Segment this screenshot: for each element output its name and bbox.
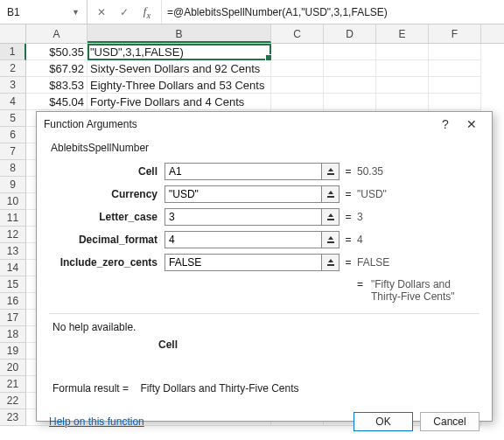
row-header[interactable]: 8 — [0, 160, 26, 177]
help-link[interactable]: Help on this function — [49, 416, 346, 428]
cell[interactable] — [376, 60, 429, 77]
collapse-dialog-icon[interactable] — [322, 231, 340, 248]
argument-input[interactable] — [164, 208, 322, 226]
argument-resolved: FALSE — [357, 256, 480, 269]
cell[interactable] — [429, 60, 481, 77]
dialog-titlebar[interactable]: Function Arguments ? ✕ — [37, 112, 492, 136]
formula-text: =@AblebitsSpellNumber(A1,"USD",3,1,FALSE… — [167, 6, 388, 18]
row-header[interactable]: 7 — [0, 143, 26, 160]
row-header[interactable]: 19 — [0, 343, 26, 360]
grid-row: 1$50.35"USD",3,1,FALSE) — [0, 44, 504, 60]
equals-sign: = — [340, 165, 357, 178]
dialog-close-icon[interactable]: ✕ — [458, 117, 485, 131]
cell[interactable]: $45.04 — [26, 94, 88, 110]
row-header[interactable]: 17 — [0, 310, 26, 326]
argument-input[interactable] — [164, 163, 322, 180]
row-header[interactable]: 11 — [0, 210, 26, 227]
row-header[interactable]: 9 — [0, 177, 26, 193]
name-box-dropdown-icon[interactable]: ▼ — [68, 6, 83, 18]
dialog-title: Function Arguments — [44, 118, 432, 130]
cell[interactable] — [271, 77, 324, 94]
row-header[interactable]: 21 — [0, 376, 26, 393]
row-header[interactable]: 12 — [0, 227, 26, 243]
collapse-dialog-icon[interactable] — [322, 254, 340, 271]
name-box[interactable]: B1 ▼ — [0, 0, 88, 24]
argument-resolved: 50.35 — [357, 165, 480, 178]
svg-rect-2 — [327, 219, 334, 220]
grid-row: 2$67.92Sixty-Seven Dollars and 92 Cents — [0, 60, 504, 77]
cell[interactable] — [429, 94, 481, 110]
cell[interactable] — [324, 44, 376, 60]
col-header-d[interactable]: D — [324, 24, 376, 43]
cell[interactable] — [376, 94, 429, 110]
function-arguments-dialog: Function Arguments ? ✕ AblebitsSpellNumb… — [36, 111, 493, 422]
result-preview-row: = "Fifty Dollars and Thirty-Five Cents" — [49, 275, 480, 311]
result-preview: "Fifty Dollars and Thirty-Five Cents" — [371, 278, 480, 303]
row-header[interactable]: 4 — [0, 94, 26, 110]
row-header[interactable]: 13 — [0, 243, 26, 260]
dialog-help-icon[interactable]: ? — [432, 117, 458, 131]
col-header-b[interactable]: B — [88, 24, 271, 43]
formula-result-label: Formula result = — [52, 382, 129, 395]
row-header[interactable]: 3 — [0, 77, 26, 94]
insert-function-icon[interactable]: fx — [140, 4, 154, 20]
argument-label: Cell — [49, 165, 164, 178]
svg-rect-3 — [327, 241, 334, 243]
cell[interactable] — [271, 44, 324, 60]
cell[interactable]: Sixty-Seven Dollars and 92 Cents — [88, 60, 271, 77]
grid-row: 4$45.04Forty-Five Dollars and 4 Cents — [0, 94, 504, 110]
ok-button[interactable]: OK — [354, 412, 413, 431]
accept-formula-icon[interactable]: ✓ — [117, 6, 131, 18]
row-header[interactable]: 10 — [0, 193, 26, 210]
col-header-c[interactable]: C — [271, 24, 324, 43]
col-header-e[interactable]: E — [376, 24, 429, 43]
row-header[interactable]: 16 — [0, 293, 26, 310]
collapse-dialog-icon[interactable] — [322, 208, 340, 226]
row-header[interactable]: 20 — [0, 360, 26, 376]
col-header-f[interactable]: F — [429, 24, 481, 43]
argument-input[interactable] — [164, 254, 322, 271]
select-all-corner[interactable] — [0, 24, 26, 43]
cell[interactable] — [324, 60, 376, 77]
row-header[interactable]: 14 — [0, 260, 26, 276]
function-name: AblebitsSpellNumber — [49, 140, 480, 161]
cell[interactable]: Eighty-Three Dollars and 53 Cents — [88, 77, 271, 94]
cell[interactable]: Forty-Five Dollars and 4 Cents — [88, 94, 271, 110]
row-header[interactable]: 6 — [0, 127, 26, 143]
row-header[interactable]: 18 — [0, 326, 26, 343]
row-header[interactable]: 15 — [0, 276, 26, 293]
svg-rect-0 — [327, 173, 334, 175]
argument-label: Include_zero_cents — [49, 256, 164, 269]
argument-row: Currency="USD" — [49, 184, 480, 205]
cell[interactable] — [271, 60, 324, 77]
row-header[interactable]: 2 — [0, 60, 26, 77]
equals-sign: = — [340, 256, 357, 269]
row-header[interactable]: 5 — [0, 110, 26, 127]
cancel-button[interactable]: Cancel — [420, 412, 480, 431]
cell[interactable]: $50.35 — [26, 44, 88, 60]
row-header[interactable]: 1 — [0, 44, 26, 60]
equals-sign: = — [340, 188, 357, 200]
cell[interactable]: $83.53 — [26, 77, 88, 94]
col-header-a[interactable]: A — [26, 24, 88, 43]
row-header[interactable]: 22 — [0, 393, 26, 409]
argument-row: Include_zero_cents=FALSE — [49, 252, 480, 273]
collapse-dialog-icon[interactable] — [322, 163, 340, 180]
cell[interactable] — [324, 77, 376, 94]
cell[interactable] — [376, 44, 429, 60]
argument-resolved: "USD" — [357, 188, 480, 200]
cell[interactable] — [271, 94, 324, 110]
cell[interactable]: "USD",3,1,FALSE) — [88, 44, 271, 60]
argument-input[interactable] — [164, 231, 322, 248]
cell[interactable]: $67.92 — [26, 60, 88, 77]
row-header[interactable]: 23 — [0, 409, 26, 426]
argument-resolved: 4 — [357, 234, 480, 246]
cell[interactable] — [429, 44, 481, 60]
cell[interactable] — [376, 77, 429, 94]
collapse-dialog-icon[interactable] — [322, 185, 340, 203]
cancel-formula-icon[interactable]: ✕ — [94, 6, 108, 18]
formula-input[interactable]: =@AblebitsSpellNumber(A1,"USD",3,1,FALSE… — [162, 0, 504, 24]
argument-input[interactable] — [164, 185, 322, 203]
cell[interactable] — [429, 77, 481, 94]
cell[interactable] — [324, 94, 376, 110]
